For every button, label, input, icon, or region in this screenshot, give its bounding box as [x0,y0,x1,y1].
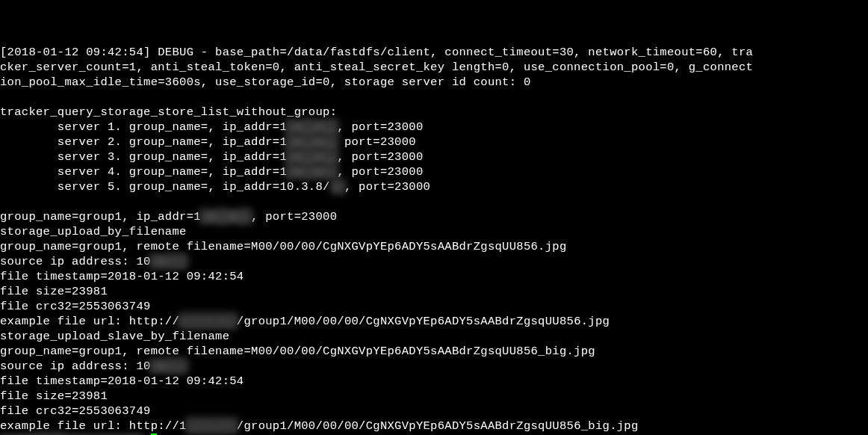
terminal-output: [2018-01-12 09:42:54] DEBUG - base_path=… [0,45,868,435]
